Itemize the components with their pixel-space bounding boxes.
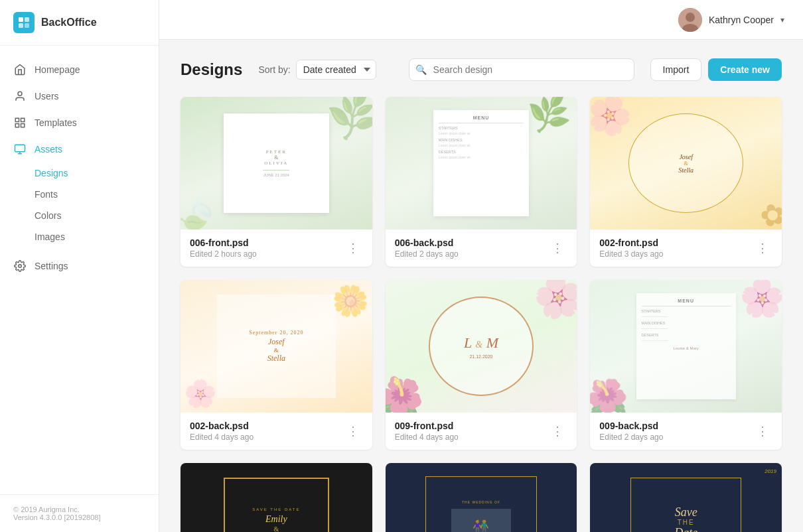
search-area: 🔍 <box>409 58 634 81</box>
design-thumbnail[interactable]: 🌿 🍃 PETER & OLIVIA JUNE 21 2024 <box>181 97 372 230</box>
assets-icon <box>13 143 27 156</box>
sidebar-item-assets[interactable]: Assets <box>0 136 159 163</box>
content-area: Designs Sort by: Date created 🔍 Import C… <box>159 40 803 532</box>
sidebar-item-settings[interactable]: Settings <box>0 253 159 279</box>
design-card: 🌸 🌺 L & M 21.12.2020 009-front.psd Edite… <box>386 280 577 450</box>
design-card: THE WEDDING OF 👫 Viola & Martin 2019 nav… <box>386 463 577 532</box>
sidebar: BackOffice Homepage Users <box>0 0 159 532</box>
header-actions: Import Create new <box>650 58 782 81</box>
settings-icon <box>13 259 27 273</box>
design-edited: Edited 2 hours ago <box>190 249 257 259</box>
settings-label: Settings <box>35 261 68 271</box>
sidebar-item-users[interactable]: Users <box>0 83 159 109</box>
subnav-designs[interactable]: Designs <box>35 163 159 184</box>
designs-grid: 🌿 🍃 PETER & OLIVIA JUNE 21 2024 006-fron… <box>181 97 782 532</box>
footer-line1: © 2019 Aurigma Inc. <box>13 505 145 513</box>
design-filename: 006-back.psd <box>395 237 459 248</box>
user-name: Kathryn Cooper <box>709 15 774 25</box>
design-thumbnail[interactable]: 🌸 🌺 MENU STARTERS ———————— MAIN DISHES —… <box>590 280 782 413</box>
design-menu-button[interactable]: ⋮ <box>753 423 772 440</box>
logo-area[interactable]: BackOffice <box>0 0 159 46</box>
svg-rect-0 <box>19 17 23 22</box>
assets-subnav: Designs Fonts Colors Images <box>0 163 159 247</box>
page-title: Designs <box>181 60 242 79</box>
users-label: Users <box>35 91 59 101</box>
subnav-fonts[interactable]: Fonts <box>35 184 159 205</box>
design-card: 🌸 ✿ Josef & Stella 002-front.psd Edited … <box>590 97 782 267</box>
svg-rect-8 <box>15 124 19 127</box>
svg-rect-1 <box>25 17 29 22</box>
design-edited: Edited 3 days ago <box>599 249 663 259</box>
subnav-images[interactable]: Images <box>35 226 159 247</box>
topbar: Kathryn Cooper ▾ <box>159 0 803 40</box>
design-card: 🌿 🍃 PETER & OLIVIA JUNE 21 2024 006-fron… <box>181 97 372 267</box>
sidebar-nav: Homepage Users Templates <box>0 46 159 494</box>
design-filename: 002-front.psd <box>599 237 663 248</box>
design-filename: 009-front.psd <box>395 421 459 431</box>
search-input[interactable] <box>409 58 634 81</box>
design-thumbnail[interactable]: 🌿 MENU STARTERS Lorem ipsum dolor sit MA… <box>386 97 577 230</box>
chevron-down-icon: ▾ <box>780 15 784 25</box>
design-edited: Edited 2 days ago <box>395 249 459 259</box>
svg-point-4 <box>18 92 22 96</box>
templates-icon <box>13 116 27 129</box>
design-edited: Edited 4 days ago <box>395 432 459 442</box>
design-menu-button[interactable]: ⋮ <box>548 423 567 440</box>
avatar <box>678 8 702 32</box>
svg-point-14 <box>686 13 695 22</box>
app-name: BackOffice <box>41 17 97 29</box>
design-menu-button[interactable]: ⋮ <box>548 239 567 257</box>
sort-area: Sort by: Date created <box>258 60 376 80</box>
design-menu-button[interactable]: ⋮ <box>343 239 363 257</box>
page-header: Designs Sort by: Date created 🔍 Import C… <box>181 58 782 81</box>
design-card: 🌿 MENU STARTERS Lorem ipsum dolor sit MA… <box>386 97 577 267</box>
design-thumbnail[interactable]: 🌸 🌺 L & M 21.12.2020 <box>386 280 577 413</box>
design-menu-button[interactable]: ⋮ <box>753 239 772 257</box>
design-info: 009-back.psd Edited 2 days ago ⋮ <box>590 413 782 450</box>
svg-rect-5 <box>15 118 19 121</box>
design-filename: 006-front.psd <box>190 237 257 248</box>
logo-icon <box>13 12 35 33</box>
design-card: 🌼 🌸 September 20, 2020 Josef & Stella 00… <box>181 280 372 450</box>
design-meta: 009-back.psd Edited 2 days ago <box>599 421 663 442</box>
svg-rect-9 <box>15 145 25 152</box>
import-button[interactable]: Import <box>650 58 702 81</box>
design-meta: 006-front.psd Edited 2 hours ago <box>190 237 257 259</box>
design-card: 🌸 🌺 MENU STARTERS ———————— MAIN DISHES —… <box>590 280 782 450</box>
main-area: Kathryn Cooper ▾ Designs Sort by: Date c… <box>159 0 803 532</box>
search-icon: 🔍 <box>415 64 427 75</box>
design-thumbnail[interactable]: THE WEDDING OF 👫 Viola & Martin 2019 <box>386 463 577 532</box>
subnav-colors[interactable]: Colors <box>35 205 159 226</box>
design-menu-button[interactable]: ⋮ <box>343 423 363 440</box>
assets-label: Assets <box>35 144 62 155</box>
templates-label: Templates <box>35 117 77 128</box>
footer-line2: Version 4.3.0.0 [20192808] <box>13 513 145 521</box>
design-meta: 002-front.psd Edited 3 days ago <box>599 237 663 259</box>
design-filename: 009-back.psd <box>599 421 663 431</box>
design-card: 2019 Save THE Date Thank you navy-save.p… <box>590 463 782 532</box>
create-new-button[interactable]: Create new <box>708 58 782 81</box>
sort-select[interactable]: Date created <box>296 60 376 80</box>
svg-rect-2 <box>19 23 23 28</box>
sidebar-item-templates[interactable]: Templates <box>0 109 159 136</box>
design-info: 002-back.psd Edited 4 days ago ⋮ <box>181 413 372 450</box>
design-thumbnail[interactable]: 🌼 🌸 September 20, 2020 Josef & Stella <box>181 280 372 413</box>
user-menu[interactable]: Kathryn Cooper ▾ <box>678 8 784 32</box>
design-edited: Edited 2 days ago <box>599 432 663 442</box>
design-meta: 002-back.psd Edited 4 days ago <box>190 421 254 442</box>
design-thumbnail[interactable]: SAVE THE DATE Emily & Tom Friday 25 July… <box>181 463 372 532</box>
design-thumbnail[interactable]: 🌸 ✿ Josef & Stella <box>590 97 782 230</box>
design-thumbnail[interactable]: 2019 Save THE Date Thank you <box>590 463 782 532</box>
design-edited: Edited 4 days ago <box>190 432 254 442</box>
sort-label: Sort by: <box>258 64 290 75</box>
design-card: SAVE THE DATE Emily & Tom Friday 25 July… <box>181 463 372 532</box>
design-meta: 006-back.psd Edited 2 days ago <box>395 237 459 259</box>
sidebar-item-homepage[interactable]: Homepage <box>0 56 159 83</box>
home-icon <box>13 63 27 76</box>
design-info: 009-front.psd Edited 4 days ago ⋮ <box>386 413 577 450</box>
svg-rect-6 <box>21 118 25 121</box>
design-info: 006-back.psd Edited 2 days ago ⋮ <box>386 230 577 267</box>
svg-rect-7 <box>21 124 25 127</box>
design-meta: 009-front.psd Edited 4 days ago <box>395 421 459 442</box>
design-filename: 002-back.psd <box>190 421 254 431</box>
